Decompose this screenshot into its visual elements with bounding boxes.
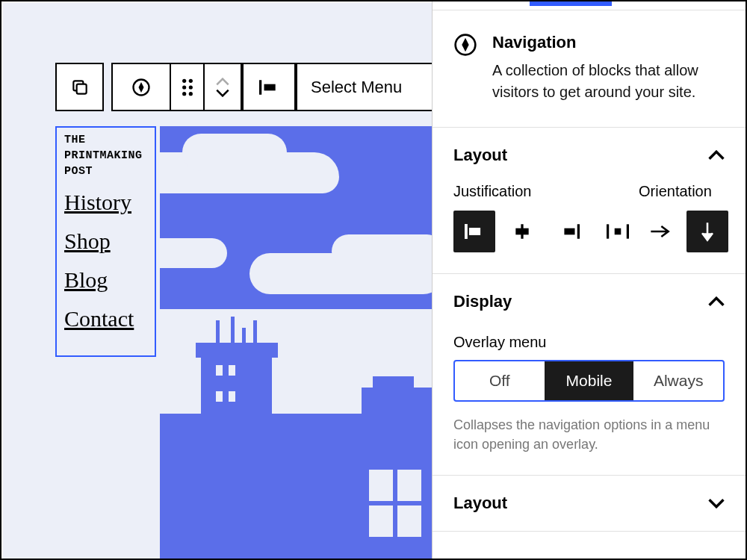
chevron-down-icon <box>708 498 725 508</box>
justify-button[interactable] <box>244 63 296 111</box>
orientation-options <box>639 211 728 252</box>
drag-icon <box>181 78 194 97</box>
cover-image <box>160 126 436 559</box>
block-name: Navigation <box>492 33 725 52</box>
svg-rect-16 <box>577 224 580 239</box>
overlay-help-text: Collapses the navigation options in a me… <box>453 415 725 454</box>
block-inspector-panel: Navigation A collection of blocks that a… <box>432 1 746 559</box>
site-title[interactable]: THE PRINTMAKING POST <box>64 132 149 179</box>
justification-options <box>453 211 639 252</box>
chevron-up-icon <box>708 150 725 161</box>
section-title: Display <box>453 292 512 311</box>
nav-item-blog[interactable]: Blog <box>64 267 149 293</box>
display-section-toggle[interactable]: Display <box>433 274 746 329</box>
svg-rect-13 <box>470 228 480 235</box>
orientation-horizontal-button[interactable] <box>639 211 681 252</box>
nav-item-shop[interactable]: Shop <box>64 228 149 254</box>
justify-left-icon <box>259 80 279 95</box>
drag-handle-button[interactable] <box>171 63 205 111</box>
orientation-vertical-button[interactable] <box>686 211 728 252</box>
overlay-always-button[interactable]: Always <box>633 361 723 400</box>
stack-icon <box>70 78 90 97</box>
move-up-button[interactable] <box>216 78 229 86</box>
compass-icon <box>131 77 152 98</box>
layout-section: Layout Justification <box>433 128 746 274</box>
compass-icon <box>453 33 477 57</box>
svg-rect-15 <box>515 228 528 235</box>
svg-rect-1 <box>76 84 86 93</box>
overlay-menu-label: Overlay menu <box>453 334 725 351</box>
overlay-menu-segmented: Off Mobile Always <box>453 360 725 402</box>
svg-point-6 <box>188 85 192 89</box>
block-parent-button[interactable] <box>55 63 104 111</box>
editor-canvas: Select Menu THE PRINTMAKING POST History… <box>3 3 433 559</box>
reorder-buttons <box>205 63 242 111</box>
block-description: A collection of blocks that allow visito… <box>492 60 725 103</box>
svg-point-5 <box>182 85 186 89</box>
svg-rect-9 <box>259 80 261 95</box>
section-title: Layout <box>453 146 507 165</box>
svg-rect-12 <box>465 224 467 239</box>
svg-point-8 <box>188 92 192 96</box>
justification-label: Justification <box>453 183 639 200</box>
layout-section-toggle[interactable]: Layout <box>433 128 746 183</box>
overlay-off-button[interactable]: Off <box>455 361 545 400</box>
layout2-section-toggle[interactable]: Layout <box>433 476 746 531</box>
nav-item-contact[interactable]: Contact <box>64 306 149 332</box>
block-type-button[interactable] <box>111 63 171 111</box>
svg-rect-19 <box>627 224 629 238</box>
navigation-block[interactable]: THE PRINTMAKING POST History Shop Blog C… <box>55 126 156 357</box>
justify-space-between-button[interactable] <box>597 211 639 252</box>
justify-left-button[interactable] <box>453 211 495 252</box>
display-section: Display Overlay menu Off Mobile Always C… <box>433 274 746 476</box>
block-card: Navigation A collection of blocks that a… <box>433 10 746 128</box>
svg-point-3 <box>182 78 186 82</box>
svg-rect-18 <box>607 224 609 238</box>
block-toolbar: Select Menu <box>55 63 447 111</box>
svg-rect-10 <box>264 84 276 90</box>
select-menu-button[interactable]: Select Menu <box>297 63 447 111</box>
orientation-label: Orientation <box>639 183 728 200</box>
svg-rect-17 <box>564 228 574 235</box>
justify-center-button[interactable] <box>501 211 543 252</box>
nav-item-history[interactable]: History <box>64 190 149 215</box>
layout2-section: Layout <box>433 476 746 532</box>
chevron-up-icon <box>708 296 725 307</box>
justify-right-button[interactable] <box>549 211 591 252</box>
overlay-mobile-button[interactable]: Mobile <box>545 361 634 400</box>
section-title: Layout <box>453 494 507 513</box>
svg-rect-20 <box>615 228 622 235</box>
svg-point-7 <box>182 92 186 96</box>
inspector-tabs[interactable] <box>433 1 746 10</box>
move-down-button[interactable] <box>216 89 229 97</box>
svg-point-4 <box>188 78 192 82</box>
toolbar-group: Select Menu <box>111 63 447 111</box>
